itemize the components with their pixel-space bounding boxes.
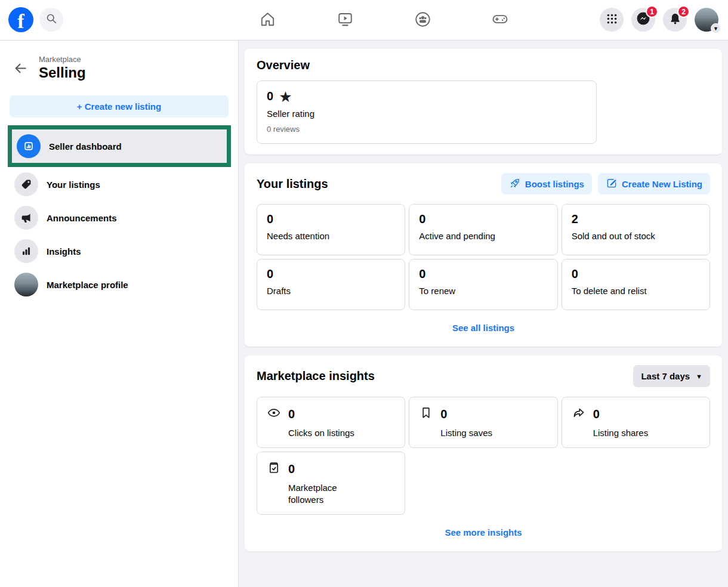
insight-stats-row2: 0 Marketplace followers: [257, 452, 710, 515]
topbar-right-group: 1 2 ▼: [600, 8, 718, 32]
profile-avatar[interactable]: ▼: [695, 8, 718, 32]
see-more-insights-link[interactable]: See more insights: [445, 527, 522, 537]
stat-label: Needs attention: [267, 231, 395, 241]
marketplace-selling-sidebar: Marketplace Selling + Create new listing…: [0, 41, 239, 587]
insight-value: 0: [593, 407, 600, 421]
create-new-listing-label: Create New Listing: [622, 179, 702, 189]
home-icon: [259, 11, 276, 30]
sidebar-item-marketplace-profile[interactable]: Marketplace profile: [10, 268, 229, 301]
insight-stats-grid: 0 Clicks on listings 0 Listing saves: [257, 397, 710, 448]
insight-card-saves[interactable]: 0 Listing saves: [409, 397, 557, 448]
stat-value: 0: [419, 267, 547, 281]
megaphone-icon: [14, 206, 38, 230]
compose-icon: [606, 177, 618, 191]
search-button[interactable]: [39, 8, 63, 32]
seller-rating-card[interactable]: 0 ★ Seller rating 0 reviews: [257, 81, 597, 144]
boost-listings-button[interactable]: Boost listings: [501, 173, 592, 194]
sidebar-title-block: Marketplace Selling: [39, 55, 86, 81]
overview-section: Overview 0 ★ Seller rating 0 reviews: [245, 49, 722, 155]
seller-dashboard-icon: [17, 134, 41, 158]
sidebar-item-seller-dashboard[interactable]: Seller dashboard: [12, 129, 227, 163]
insight-value: 0: [288, 407, 295, 421]
see-more-insights-row: See more insights: [257, 527, 710, 538]
sidebar-item-label: Seller dashboard: [49, 141, 122, 152]
stat-label: Active and pending: [419, 231, 547, 241]
stat-card-active-pending[interactable]: 0 Active and pending: [409, 204, 557, 255]
groups-icon: [414, 11, 431, 30]
stat-label: Sold and out of stock: [572, 231, 700, 241]
tab-home[interactable]: [229, 8, 306, 32]
tab-watch[interactable]: [306, 8, 384, 32]
insight-label: Listing shares: [593, 427, 671, 439]
insight-card-followers[interactable]: 0 Marketplace followers: [257, 452, 405, 515]
date-range-label: Last 7 days: [641, 371, 690, 381]
insight-value: 0: [440, 407, 447, 421]
tag-icon: [14, 172, 38, 196]
eye-icon: [267, 406, 281, 422]
stat-value: 0: [267, 212, 395, 226]
top-navigation-bar: f: [0, 0, 728, 41]
breadcrumb: Marketplace: [39, 55, 86, 64]
insight-label: Clicks on listings: [288, 427, 366, 439]
create-new-listing-button[interactable]: + Create new listing: [10, 95, 229, 118]
highlight-annotation-box: Seller dashboard: [8, 125, 231, 167]
stat-card-to-delete-relist[interactable]: 0 To delete and relist: [562, 259, 710, 310]
marketplace-insights-section: Marketplace insights Last 7 days ▼ 0 C: [245, 356, 722, 551]
your-listings-title: Your listings: [257, 177, 328, 191]
see-all-listings-row: See all listings: [257, 323, 710, 333]
tab-gaming[interactable]: [461, 8, 539, 32]
seller-dashboard-main: Overview 0 ★ Seller rating 0 reviews You…: [239, 41, 728, 587]
listing-stats-grid: 0 Needs attention 0 Active and pending 2…: [257, 204, 710, 310]
sidebar-item-label: Insights: [47, 246, 81, 257]
stat-card-to-renew[interactable]: 0 To renew: [409, 259, 557, 310]
boost-listings-label: Boost listings: [525, 179, 584, 189]
chevron-down-icon: ▼: [711, 23, 721, 33]
sidebar-header: Marketplace Selling: [13, 55, 229, 81]
notifications-badge: 2: [677, 5, 690, 18]
rocket-icon: [509, 177, 521, 191]
sidebar-item-announcements[interactable]: Announcements: [10, 201, 229, 234]
stat-value: 0: [267, 267, 395, 281]
apps-menu-button[interactable]: [600, 8, 624, 32]
marketplace-insights-title: Marketplace insights: [257, 369, 375, 383]
create-new-listing-button-main[interactable]: Create New Listing: [598, 173, 710, 194]
messenger-badge: 1: [646, 5, 658, 18]
review-count: 0 reviews: [267, 125, 587, 134]
sidebar-item-insights[interactable]: Insights: [10, 234, 229, 268]
storefront-check-icon: [267, 461, 281, 477]
seller-rating-label: Seller rating: [267, 109, 587, 119]
overview-title: Overview: [257, 58, 710, 72]
stat-label: Drafts: [267, 286, 395, 296]
back-arrow-icon[interactable]: [13, 61, 28, 76]
sidebar-item-label: Announcements: [47, 213, 117, 223]
insight-label: Listing saves: [440, 427, 518, 439]
facebook-logo[interactable]: f: [8, 7, 33, 32]
see-all-listings-link[interactable]: See all listings: [452, 323, 514, 333]
stat-card-drafts[interactable]: 0 Drafts: [257, 259, 405, 310]
sidebar-item-your-listings[interactable]: Your listings: [10, 168, 229, 201]
watch-icon: [337, 11, 354, 30]
search-icon: [45, 13, 57, 27]
seller-rating-value: 0: [267, 89, 273, 103]
notifications-button[interactable]: 2: [663, 8, 687, 32]
stat-value: 0: [419, 212, 547, 226]
share-arrow-icon: [572, 406, 586, 422]
page-title: Selling: [39, 64, 86, 81]
stat-value: 2: [572, 212, 700, 226]
topbar-left-group: f: [8, 7, 63, 32]
stat-card-sold-out-of-stock[interactable]: 2 Sold and out of stock: [562, 204, 710, 255]
sidebar-menu: Seller dashboard Your listings Announcem…: [10, 125, 229, 301]
insight-label: Marketplace followers: [288, 482, 366, 506]
caret-down-icon: ▼: [696, 373, 702, 380]
gaming-icon: [491, 10, 509, 30]
sidebar-item-label: Marketplace profile: [47, 280, 128, 290]
messenger-button[interactable]: 1: [631, 8, 655, 32]
stat-label: To renew: [419, 286, 547, 296]
insight-card-shares[interactable]: 0 Listing shares: [562, 397, 710, 448]
profile-photo-avatar: [14, 273, 38, 296]
stat-card-needs-attention[interactable]: 0 Needs attention: [257, 204, 405, 255]
date-range-selector[interactable]: Last 7 days ▼: [633, 365, 710, 387]
insight-card-clicks[interactable]: 0 Clicks on listings: [257, 397, 405, 448]
insight-value: 0: [288, 462, 295, 476]
tab-groups[interactable]: [384, 8, 461, 32]
